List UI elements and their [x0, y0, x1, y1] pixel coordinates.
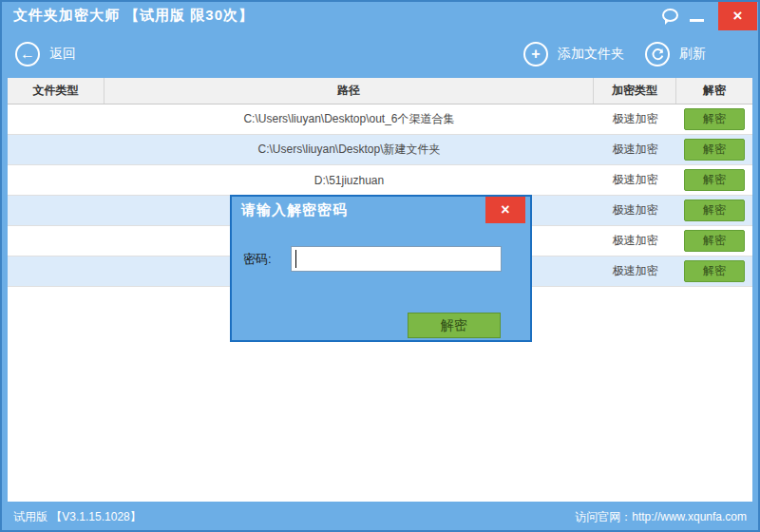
cell-file-type: [8, 226, 104, 256]
app-window: 文件夹加密大师 【试用版 限30次】 × ← 返回 + 添加文件夹 刷新 文件: [0, 0, 760, 532]
column-header-file-type: 文件类型: [8, 78, 104, 104]
cell-enc-type: 极速加密: [594, 226, 676, 256]
refresh-icon[interactable]: [645, 42, 670, 66]
row-decrypt-button[interactable]: 解密: [684, 200, 745, 221]
back-button[interactable]: ← 返回: [15, 30, 76, 78]
refresh-icon-glyph: [651, 48, 665, 62]
window-title: 文件夹加密大师 【试用版 限30次】: [13, 7, 254, 25]
decrypt-password-dialog: 请输入解密密码 × 密码: 解密: [230, 195, 532, 342]
table-header: 文件类型 路径 加密类型 解密: [8, 78, 752, 104]
cell-path: C:\Users\liuyan\Desktop\新建文件夹: [104, 135, 594, 164]
cell-enc-type: 极速加密: [594, 104, 676, 134]
version-text: 试用版 【V3.1.15.1028】: [13, 509, 142, 525]
row-decrypt-button[interactable]: 解密: [684, 230, 745, 252]
cell-enc-type: 极速加密: [594, 196, 676, 225]
dialog-decrypt-button[interactable]: 解密: [408, 313, 501, 338]
row-decrypt-button[interactable]: 解密: [684, 169, 745, 191]
official-site-link[interactable]: 访问官网：http://www.xqunfa.com: [575, 509, 747, 525]
cell-enc-type: 极速加密: [594, 135, 676, 164]
status-bar: 试用版 【V3.1.15.1028】 访问官网：http://www.xqunf…: [2, 504, 758, 530]
row-decrypt-button[interactable]: 解密: [684, 108, 745, 130]
minimize-icon: [690, 19, 704, 22]
back-label: 返回: [49, 46, 76, 63]
dialog-title: 请输入解密密码: [241, 201, 348, 219]
table-row[interactable]: D:\51jiuzhuan 极速加密 解密: [8, 165, 752, 196]
cell-path: D:\51jiuzhuan: [104, 165, 594, 195]
toolbar: ← 返回 + 添加文件夹 刷新: [2, 30, 758, 78]
cell-file-type: [8, 196, 104, 225]
password-input-wrap: [291, 246, 502, 272]
add-folder-label[interactable]: 添加文件夹: [558, 46, 624, 63]
column-header-path: 路径: [104, 78, 594, 104]
row-decrypt-button[interactable]: 解密: [684, 260, 745, 282]
cell-file-type: [8, 104, 104, 134]
column-header-enc-type: 加密类型: [594, 78, 676, 104]
close-button[interactable]: ×: [718, 2, 757, 30]
column-header-decrypt: 解密: [676, 78, 752, 104]
cell-file-type: [8, 135, 104, 164]
cell-path: C:\Users\liuyan\Desktop\out_6个渠道合集: [104, 104, 594, 134]
title-bar: 文件夹加密大师 【试用版 限30次】 ×: [2, 2, 758, 30]
text-caret: [295, 250, 296, 268]
back-arrow-icon: ←: [15, 42, 40, 66]
refresh-label[interactable]: 刷新: [679, 46, 706, 63]
cell-file-type: [8, 256, 104, 286]
password-input[interactable]: [291, 246, 502, 272]
toolbar-right-group: + 添加文件夹 刷新: [523, 30, 706, 78]
dialog-close-button[interactable]: ×: [485, 197, 525, 223]
cell-enc-type: 极速加密: [594, 256, 676, 286]
password-field-row: 密码:: [243, 246, 502, 272]
password-label: 密码:: [243, 251, 291, 268]
table-row[interactable]: C:\Users\liuyan\Desktop\新建文件夹 极速加密 解密: [8, 135, 752, 165]
table-row[interactable]: C:\Users\liuyan\Desktop\out_6个渠道合集 极速加密 …: [8, 104, 752, 135]
cell-enc-type: 极速加密: [594, 165, 676, 195]
minimize-button[interactable]: [686, 2, 709, 28]
cell-file-type: [8, 165, 104, 195]
row-decrypt-button[interactable]: 解密: [684, 139, 745, 161]
feedback-bubble-icon[interactable]: [662, 9, 678, 22]
add-folder-icon[interactable]: +: [523, 42, 548, 66]
